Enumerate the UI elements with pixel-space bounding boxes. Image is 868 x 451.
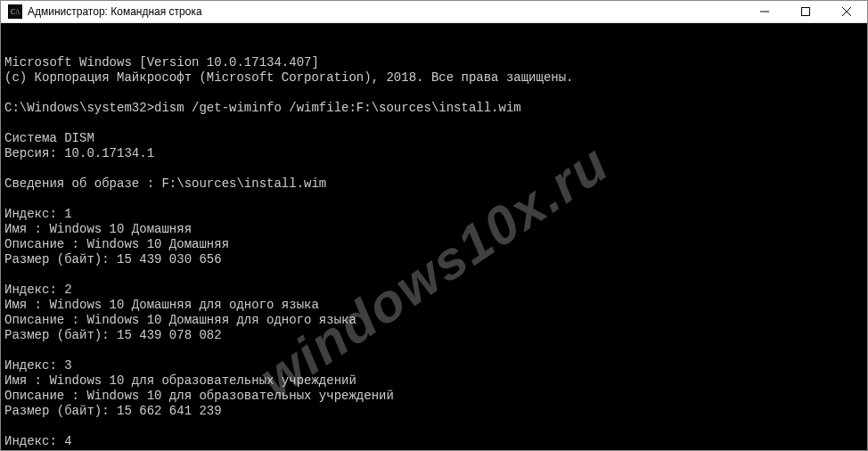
terminal-line [4,86,864,101]
terminal-line: Размер (байт): 15 439 030 656 [4,252,864,267]
terminal-line: Имя : Windows 10 Домашняя [4,222,864,237]
terminal-lines: Microsoft Windows [Version 10.0.17134.40… [4,55,864,450]
close-button[interactable] [826,1,867,22]
terminal-line [4,419,864,434]
terminal-line: Описание : Windows 10 Домашняя для одног… [4,313,864,328]
terminal-line: Версия: 10.0.17134.1 [4,146,864,161]
terminal-line: Microsoft Windows [Version 10.0.17134.40… [4,55,864,70]
terminal-output[interactable]: Microsoft Windows [Version 10.0.17134.40… [1,23,867,450]
terminal-line [4,343,864,358]
terminal-line: (c) Корпорация Майкрософт (Microsoft Cor… [4,70,864,86]
terminal-line: Имя : Windows 10 Pro [4,449,864,450]
terminal-line: Индекс: 1 [4,207,864,222]
terminal-line: Описание : Windows 10 для образовательны… [4,389,864,404]
svg-text:C:\: C:\ [11,8,20,16]
terminal-line: Имя : Windows 10 Домашняя для одного язы… [4,298,864,313]
minimize-button[interactable] [744,1,785,22]
terminal-line: Размер (байт): 15 439 078 082 [4,328,864,343]
terminal-line: Размер (байт): 15 662 641 239 [4,404,864,419]
terminal-line: Индекс: 3 [4,358,864,373]
terminal-line: Cистема DISM [4,131,864,146]
svg-rect-4 [802,7,810,15]
maximize-button[interactable] [785,1,826,22]
terminal-line: Имя : Windows 10 для образовательных учр… [4,373,864,389]
terminal-line [4,116,864,131]
window-controls [744,1,867,22]
command-prompt-window: C:\ Администратор: Командная строка Micr… [0,0,868,451]
terminal-line: Индекс: 4 [4,434,864,449]
terminal-line [4,161,864,176]
terminal-line: C:\Windows\system32>dism /get-wiminfo /w… [4,101,864,116]
cmd-icon: C:\ [8,4,22,19]
terminal-line: Индекс: 2 [4,283,864,298]
titlebar[interactable]: C:\ Администратор: Командная строка [1,1,867,23]
terminal-line: Описание : Windows 10 Домашняя [4,237,864,252]
terminal-line: Сведения об образе : F:\sources\install.… [4,176,864,192]
terminal-line [4,192,864,207]
window-title: Администратор: Командная строка [28,5,202,18]
terminal-line [4,267,864,283]
